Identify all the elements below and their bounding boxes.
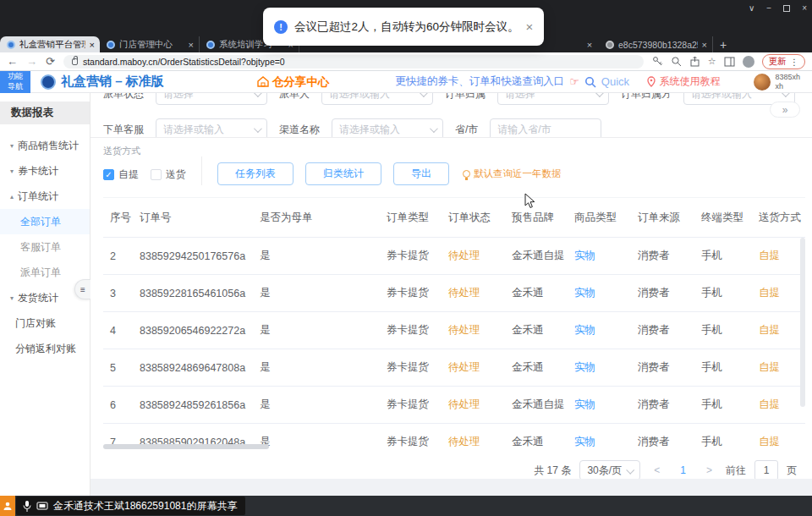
minimize-button[interactable]: − xyxy=(766,3,771,13)
dispatch-status-select[interactable]: 请选择 xyxy=(156,93,267,105)
sidebar-item-service-orders[interactable]: 客服订单 xyxy=(0,234,90,260)
product-type-link[interactable]: 实物 xyxy=(566,323,629,338)
reload-icon[interactable]: ⟳ xyxy=(46,56,55,67)
back-icon[interactable]: ← xyxy=(7,56,18,67)
prev-page-icon[interactable]: < xyxy=(649,464,665,476)
search-icon xyxy=(584,76,596,88)
browser-tab[interactable]: 门店管理中心 × xyxy=(100,36,200,52)
mouse-cursor xyxy=(524,193,535,211)
notification-close-icon[interactable]: × xyxy=(526,19,534,34)
sidebar-item-product-sales[interactable]: ▾ 商品销售统计 xyxy=(0,133,90,158)
goto-label: 前往 xyxy=(726,464,746,478)
tab-search-icon[interactable]: ∨ xyxy=(749,3,754,13)
profile-avatar-icon[interactable] xyxy=(743,56,754,68)
sidebar-item-all-orders[interactable]: 全部订单 xyxy=(0,209,90,234)
sidebar-item-rebate-reconciliation[interactable]: 分销返利对账 xyxy=(0,336,90,361)
tab-close-icon[interactable]: × xyxy=(189,40,194,50)
delivery-checkbox[interactable]: 送货 xyxy=(151,167,186,182)
forward-icon[interactable]: → xyxy=(26,56,37,67)
goto-page-input[interactable] xyxy=(754,460,778,480)
system-tutorial-link[interactable]: 系统使用教程 xyxy=(647,74,720,89)
maximize-button[interactable] xyxy=(783,5,790,12)
tab-close-icon[interactable]: × xyxy=(90,40,95,50)
username: 8385xh xyxy=(775,73,800,81)
user-account[interactable]: 8385xh xh xyxy=(754,73,800,91)
tab-close-icon[interactable]: × xyxy=(580,36,599,52)
table-cell: 券卡提货 xyxy=(378,323,440,338)
pagination: 共 17 条 30条/页 < 1 > 前往 页 xyxy=(91,452,812,480)
table-body: 283859294250176576a是券卡提货待处理金禾通自提实物消费者手机自… xyxy=(103,238,805,452)
table-row: 483859206546922272a是券卡提货待处理金禾通实物消费者手机自提 xyxy=(103,312,805,349)
product-type-link[interactable]: 实物 xyxy=(566,435,629,449)
sidebar-item-store-reconciliation[interactable]: 门店对账 xyxy=(0,310,90,336)
tab-close-icon[interactable]: × xyxy=(702,40,707,50)
task-list-button[interactable]: 任务列表 xyxy=(217,162,294,185)
browser-tab-active[interactable]: 礼盒营销平台管理中心 × xyxy=(0,36,100,52)
share-icon[interactable] xyxy=(689,56,700,67)
category-stats-button[interactable]: 归类统计 xyxy=(305,162,381,185)
page-size-select[interactable]: 30条/页 xyxy=(579,460,640,480)
address-bar[interactable]: standard.maboy.cn/OrderStatisticsDetail?… xyxy=(63,55,644,69)
table-cell: 83859228165461056a xyxy=(131,288,251,299)
vertical-scrollbar[interactable] xyxy=(800,238,805,407)
participant-icon[interactable] xyxy=(0,496,15,516)
filter-label: 下单客服 xyxy=(103,123,144,137)
table-cell: 2 xyxy=(103,250,131,262)
quick-search-entry[interactable]: 更快捷的券卡、订单和快递查询入口 ☞ Quick xyxy=(395,74,629,89)
side-panel-icon[interactable] xyxy=(724,57,735,67)
pickup-checkbox[interactable]: ✓ 自提 xyxy=(103,167,139,182)
expand-filters-button[interactable]: » xyxy=(770,102,800,118)
browser-update-button[interactable]: 更新 ⋮ xyxy=(762,54,806,69)
table-row: 683858924859261856a是券卡提货待处理金禾通自提实物消费者手机自… xyxy=(103,387,805,424)
current-page[interactable]: 1 xyxy=(673,464,693,476)
menu-kebab-icon[interactable]: ⋮ xyxy=(790,57,799,67)
table-cell: 是 xyxy=(251,249,378,263)
column-header: 送货方式 xyxy=(750,211,805,225)
table-cell: 手机 xyxy=(693,286,750,300)
sidebar-item-label: 商品销售统计 xyxy=(18,139,79,153)
horizontal-scrollbar[interactable] xyxy=(103,444,269,449)
site-favicon-icon xyxy=(7,41,15,49)
table-cell: 金禾通 xyxy=(503,286,566,300)
product-type-link[interactable]: 实物 xyxy=(566,286,629,300)
sidebar-item-dispatch-orders[interactable]: 派单订单 xyxy=(0,260,90,285)
caret-down-icon: ▾ xyxy=(10,294,14,302)
screen-share-pill[interactable]: 金禾通技术王斌18662591081的屏幕共享 xyxy=(16,497,245,515)
channel-name-select[interactable]: 请选择或输入 xyxy=(332,118,443,137)
export-button[interactable]: 导出 xyxy=(393,162,449,185)
table-cell: 消费者 xyxy=(629,398,693,412)
sidebar-collapse-handle[interactable]: ≡ xyxy=(74,279,91,299)
sidebar-item-label: 门店对账 xyxy=(15,316,56,331)
product-type-link[interactable]: 实物 xyxy=(566,360,629,375)
product-type-link[interactable]: 实物 xyxy=(566,398,629,412)
key-icon[interactable] xyxy=(652,56,663,67)
order-service-select[interactable]: 请选择或输入 xyxy=(156,118,267,137)
filter-row: 下单客服 请选择或输入 渠道名称 请选择或输入 省/市 xyxy=(103,118,812,137)
sidebar-item-order-stats[interactable]: ▴ 订单统计 xyxy=(0,184,90,209)
warehouse-share-center-link[interactable]: 仓分享中心 xyxy=(257,74,330,90)
column-header: 订单类型 xyxy=(378,211,440,225)
column-header: 预售品牌 xyxy=(503,211,566,225)
bookmark-star-icon[interactable]: ☆ xyxy=(708,56,716,67)
table-row: 283859294250176576a是券卡提货待处理金禾通自提实物消费者手机自… xyxy=(103,238,805,275)
default-query-tip: 默认查询近一年数据 xyxy=(463,167,562,180)
column-header: 订单号 xyxy=(131,211,251,225)
province-city-input[interactable] xyxy=(490,118,601,137)
table-cell: 是 xyxy=(251,286,378,300)
sidebar-item-coupon-stats[interactable]: ▾ 券卡统计 xyxy=(0,158,90,184)
order-owner-select[interactable]: 请选择 xyxy=(497,93,609,105)
screen-share-bar: 金禾通技术王斌18662591081的屏幕共享 xyxy=(0,496,812,516)
close-window-button[interactable]: × xyxy=(802,3,807,13)
browser-tab[interactable]: e8c573980b1328a258fd2e6f8 × xyxy=(599,36,713,52)
site-favicon-icon xyxy=(107,41,115,49)
product-type-link[interactable]: 实物 xyxy=(566,249,629,263)
new-tab-button[interactable]: + xyxy=(713,36,733,52)
nav-toggle-text: 功能 xyxy=(8,72,23,81)
dispatcher-select[interactable]: 请选择或输入 xyxy=(321,93,433,105)
zoom-icon[interactable] xyxy=(671,56,682,67)
sidebar-item-label: 发货统计 xyxy=(18,291,58,305)
function-nav-button[interactable]: 功能 导航 xyxy=(0,71,30,93)
next-page-icon[interactable]: > xyxy=(701,464,717,476)
table-header-row: 序号订单号是否为母单订单类型订单状态预售品牌商品类型订单来源终端类型送货方式 xyxy=(103,197,805,238)
table-cell: 券卡提货 xyxy=(378,398,440,412)
